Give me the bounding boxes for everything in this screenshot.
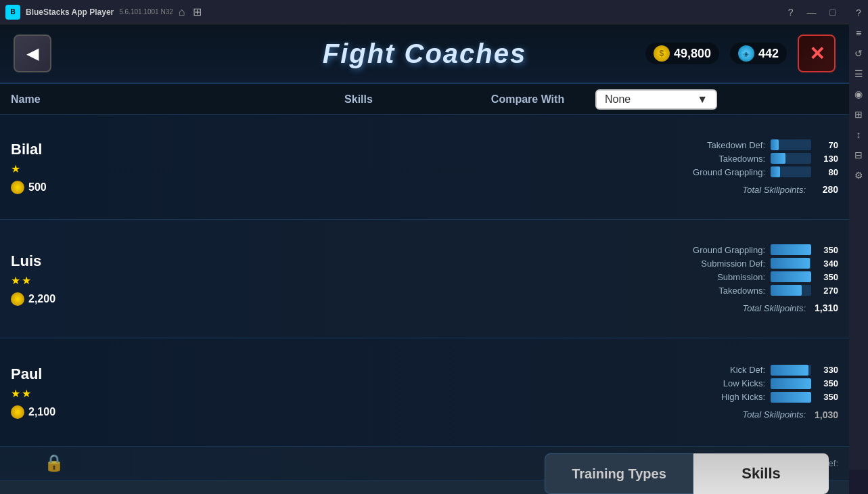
skill-value: 350 (817, 378, 838, 388)
skill-bar-container (771, 244, 811, 255)
skill-bar (771, 271, 811, 282)
coach-cost-luis: 2,200 (11, 292, 246, 306)
col-compare-header: Compare With (460, 93, 595, 106)
cost-coin-icon (11, 181, 24, 194)
currency-area: $ 49,800 ◈ 442 ✕ (645, 35, 836, 72)
coach-skills-paul: Kick Def: 330 Low Kicks: 350 (257, 338, 849, 446)
skill-row: Submission: 350 (268, 271, 838, 282)
game-area: ◀ Fight Coaches $ 49,800 ◈ 442 ✕ Name Sk… (0, 24, 849, 494)
app-version: 5.6.101.1001 N32 (119, 8, 173, 16)
skill-bar-container (771, 139, 811, 150)
total-value: 1,030 (811, 409, 838, 420)
skill-value: 330 (817, 365, 838, 375)
skill-label: Low Kicks: (670, 378, 765, 388)
coach-row[interactable]: Bilal ★ 500 Takedown Def: (0, 115, 849, 220)
skill-label: Takedown Def: (670, 140, 765, 150)
coach-row[interactable]: Luis ★ ★ 2,200 Ground Grappling: (0, 220, 849, 338)
skill-bar-container (771, 166, 811, 177)
coach-name: Paul (11, 365, 246, 383)
skill-bar-container (771, 258, 811, 269)
skill-row: Ground Grappling: 80 (268, 166, 838, 177)
bluestacks-logo: B (5, 5, 20, 20)
star-icon: ★ (11, 274, 20, 287)
maximize-button[interactable]: □ (825, 5, 841, 19)
sidebar-icon-4[interactable]: ☰ (851, 66, 866, 81)
coach-cost-bilal: 500 (11, 181, 246, 194)
col-name-header: Name (0, 93, 257, 106)
skill-value: 80 (817, 167, 838, 177)
skill-bar (771, 244, 811, 255)
skill-label: Kick Def: (670, 365, 765, 375)
coach-row[interactable]: Paul ★ ★ 2,100 Kick Def: (0, 338, 849, 447)
skill-label: Takedowns: (670, 286, 765, 296)
skill-bar-container (771, 271, 811, 282)
col-skills-header: Skills (257, 93, 460, 106)
total-row-paul: Total Skillpoints: 1,030 (268, 409, 838, 420)
skill-row: Submission Def: 340 (268, 258, 838, 269)
chevron-down-icon: ▼ (697, 93, 708, 106)
sidebar-icon-2[interactable]: ≡ (851, 26, 866, 41)
skill-value: 350 (817, 272, 838, 282)
skill-row: High Kicks: 350 (268, 392, 838, 403)
sidebar-icon-5[interactable]: ◉ (851, 87, 866, 102)
sidebar-icon-1[interactable]: ? (851, 5, 866, 20)
stars-bilal: ★ (11, 162, 246, 175)
skill-value: 70 (817, 140, 838, 150)
coach-skills-bilal: Takedown Def: 70 Takedowns: 130 (257, 115, 849, 219)
skill-row: Kick Def: 330 (268, 365, 838, 376)
skill-value: 340 (817, 259, 838, 269)
coach-info-luis: Luis ★ ★ 2,200 (0, 220, 257, 338)
total-label: Total Skillpoints: (743, 303, 806, 313)
sidebar-icon-7[interactable]: ↕ (851, 127, 866, 142)
right-sidebar: ? ≡ ↺ ☰ ◉ ⊞ ↕ ⊟ ⚙ (849, 0, 868, 470)
cost-coin-icon (11, 292, 24, 306)
coach-name: Luis (11, 252, 246, 270)
gem-icon: ◈ (738, 45, 754, 62)
titlebar-left: B BlueStacks App Player 5.6.101.1001 N32… (5, 5, 202, 20)
skill-value: 350 (817, 245, 838, 255)
titlebar: B BlueStacks App Player 5.6.101.1001 N32… (0, 0, 868, 24)
coach-info-partial: 🔒 (0, 447, 257, 480)
skill-bar-container (771, 365, 811, 376)
skill-value: 130 (817, 154, 838, 164)
coach-info-bilal: Bilal ★ 500 (0, 115, 257, 219)
back-button[interactable]: ◀ (14, 35, 51, 72)
star-icon: ★ (11, 387, 20, 400)
skill-label: Takedowns: (670, 154, 765, 164)
skill-label: Ground Grappling: (670, 167, 765, 177)
compare-dropdown[interactable]: None ▼ (595, 89, 717, 110)
total-label: Total Skillpoints: (743, 409, 806, 420)
sidebar-icon-6[interactable]: ⊞ (851, 107, 866, 122)
lock-icon: 🔒 (44, 453, 64, 473)
sidebar-icon-8[interactable]: ⊟ (851, 148, 866, 162)
skill-value: 270 (817, 286, 838, 296)
coach-info-paul: Paul ★ ★ 2,100 (0, 338, 257, 446)
close-button[interactable]: ✕ (798, 35, 836, 72)
grid-icon[interactable]: ⊞ (193, 5, 202, 18)
tab-skills[interactable]: Skills (693, 453, 829, 494)
total-row-bilal: Total Skillpoints: 280 (268, 184, 838, 195)
home-icon[interactable]: ⌂ (179, 6, 185, 18)
skill-bar (771, 258, 810, 269)
coach-cost-paul: 2,100 (11, 405, 246, 419)
coach-skills-luis: Ground Grappling: 350 Submission Def: 34… (257, 220, 849, 338)
sidebar-icon-3[interactable]: ↺ (851, 46, 866, 61)
skill-bar (771, 166, 780, 177)
coins-value: 49,800 (674, 47, 711, 61)
cost-value: 2,200 (28, 293, 55, 305)
skill-label: High Kicks: (670, 392, 765, 402)
skill-bar-container (771, 378, 811, 389)
help-icon[interactable]: ? (783, 5, 799, 19)
tab-training-types[interactable]: Training Types (545, 453, 693, 494)
total-row-luis: Total Skillpoints: 1,310 (268, 302, 838, 313)
skill-bar (771, 153, 785, 164)
page-title: Fight Coaches (323, 39, 527, 69)
dropdown-value: None (605, 93, 631, 106)
sidebar-settings-icon[interactable]: ⚙ (851, 168, 866, 183)
skill-row: Takedowns: 130 (268, 153, 838, 164)
minimize-button[interactable]: — (802, 5, 822, 19)
skill-row: Takedowns: 270 (268, 285, 838, 296)
total-value: 280 (811, 184, 838, 195)
col-dropdown: None ▼ (595, 89, 830, 110)
total-label: Total Skillpoints: (743, 185, 806, 195)
